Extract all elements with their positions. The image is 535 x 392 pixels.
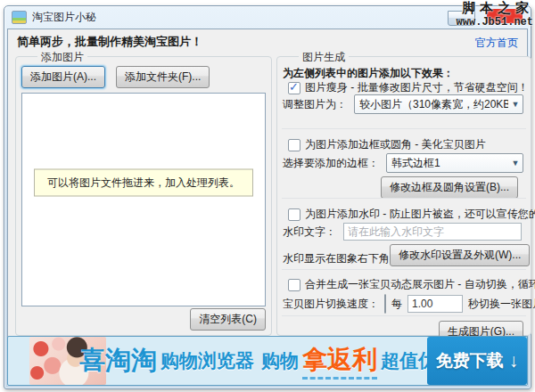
resize-size-select[interactable]: 较小图片（310像素宽，约20KB，适合宝贝图片 ▼ bbox=[354, 94, 523, 114]
image-list[interactable]: 可以将图片文件拖进来，加入处理列表。 bbox=[21, 93, 266, 306]
interval-suffix: 秒切换一张图片 bbox=[468, 297, 535, 312]
banner-highlight: 拿返利 bbox=[302, 343, 377, 380]
banner-brand: 喜淘淘 bbox=[79, 343, 157, 379]
speed-select[interactable]: 中速 ▼ bbox=[384, 294, 386, 314]
resize-checkbox[interactable] bbox=[288, 82, 300, 94]
resize-size-label: 调整图片为： bbox=[283, 97, 347, 112]
window-title: 淘宝图片小秘 bbox=[32, 10, 96, 25]
watermark-position-note: 水印显示在图象右下角 bbox=[283, 251, 390, 266]
speed-label: 宝贝图片切换速度： bbox=[283, 297, 379, 312]
minimize-button[interactable] bbox=[448, 11, 475, 26]
resize-checkbox-label: 图片瘦身 - 批量修改图片尺寸，节省硬盘空间！ bbox=[305, 80, 529, 95]
group-title: 添加图片 bbox=[37, 50, 87, 65]
border-checkbox[interactable] bbox=[288, 139, 300, 151]
divider bbox=[282, 198, 526, 199]
image-generation-group: 图片生成 为左侧列表中的图片添加以下效果： 图片瘦身 - 批量修改图片尺寸，节省… bbox=[276, 56, 531, 336]
client-area: 简单两步，批量制作精美淘宝图片！ 官方首页 添加图片 添加图片(A)... 添加… bbox=[7, 29, 528, 339]
watermark-text-row: 水印文字： bbox=[283, 223, 531, 241]
watermark-checkbox-label: 为图片添加水印 - 防止图片被盗，还可以宣传您的店铺！ bbox=[305, 207, 535, 222]
add-folder-button[interactable]: 添加文件夹(F)... bbox=[116, 66, 210, 88]
border-select-label: 选择要添加的边框： bbox=[283, 156, 379, 171]
download-button[interactable]: 免费下载 ↓ bbox=[427, 337, 527, 385]
download-arrow-icon: ↓ bbox=[509, 350, 519, 372]
divider bbox=[282, 128, 526, 129]
banner-mid-text: 购物 bbox=[261, 348, 299, 373]
add-images-button[interactable]: 添加图片(A)... bbox=[21, 66, 105, 88]
watermark-option: 为图片添加水印 - 防止图片被盗，还可以宣传您的店铺！ bbox=[288, 207, 525, 222]
header-row: 简单两步，批量制作精美淘宝图片！ 官方首页 bbox=[8, 29, 527, 51]
add-images-group: 添加图片 添加图片(A)... 添加文件夹(F)... 可以将图片文件拖进来，加… bbox=[15, 56, 272, 336]
animation-checkbox[interactable] bbox=[288, 279, 300, 291]
download-label: 免费下载 bbox=[436, 349, 504, 372]
border-checkbox-label: 为图片添加边框或圆角 - 美化宝贝图片 bbox=[305, 137, 486, 152]
resize-option: 图片瘦身 - 批量修改图片尺寸，节省硬盘空间！ bbox=[288, 80, 525, 95]
interval-input[interactable] bbox=[407, 295, 463, 313]
chevron-down-icon: ▼ bbox=[508, 159, 523, 167]
border-settings-row: 修改边框及圆角设置(B)... bbox=[277, 176, 531, 199]
resize-size-row: 调整图片为： 较小图片（310像素宽，约20KB，适合宝贝图片 ▼ bbox=[283, 94, 531, 114]
watermark-text-label: 水印文字： bbox=[283, 225, 336, 240]
ad-banner[interactable]: 喜淘淘 购物浏览器 购物 拿返利 超值优惠 免费下载 ↓ bbox=[7, 336, 528, 386]
border-select-row: 选择要添加的边框： 韩式边框1 ▼ bbox=[283, 153, 531, 173]
border-settings-button[interactable]: 修改边框及圆角设置(B)... bbox=[381, 176, 518, 199]
divider bbox=[282, 315, 526, 316]
page-title: 简单两步，批量制作精美淘宝图片！ bbox=[17, 34, 202, 50]
app-icon bbox=[12, 11, 27, 24]
border-option: 为图片添加边框或圆角 - 美化宝贝图片 bbox=[288, 137, 525, 152]
official-home-link[interactable]: 官方首页 bbox=[475, 36, 518, 51]
interval-prefix: 每 bbox=[391, 297, 402, 312]
animation-checkbox-label: 合并生成一张宝贝动态展示图片 - 自动切换，循环展示宝贝 bbox=[305, 277, 535, 292]
drop-hint: 可以将图片文件拖进来，加入处理列表。 bbox=[34, 168, 253, 196]
watermark-settings-button[interactable]: 修改水印设置及外观(W)... bbox=[390, 244, 530, 266]
add-buttons-row: 添加图片(A)... 添加文件夹(F)... bbox=[21, 66, 210, 88]
list-footer: 清空列表(C) bbox=[190, 308, 266, 331]
clear-list-button[interactable]: 清空列表(C) bbox=[190, 308, 266, 331]
app-window: 淘宝图片小秘 简单两步，批量制作精美淘宝图片！ 官方首页 添加图片 添加图片(A… bbox=[4, 5, 531, 389]
divider bbox=[282, 269, 526, 270]
watermark-text-input[interactable] bbox=[343, 223, 522, 241]
effects-intro: 为左侧列表中的图片添加以下效果： bbox=[283, 66, 531, 81]
group-title: 图片生成 bbox=[299, 50, 349, 65]
switch-speed-row: 宝贝图片切换速度： 中速 ▼ 每 秒切换一张图片 bbox=[283, 294, 531, 314]
watermark-note-row: 水印显示在图象右下角 修改水印设置及外观(W)... bbox=[283, 244, 522, 266]
titlebar: 淘宝图片小秘 bbox=[4, 6, 531, 28]
chevron-down-icon: ▼ bbox=[508, 100, 523, 109]
watermark-checkbox[interactable] bbox=[288, 208, 300, 221]
banner-brand-suffix: 购物浏览器 bbox=[160, 348, 254, 373]
animation-option: 合并生成一张宝贝动态展示图片 - 自动切换，循环展示宝贝 bbox=[288, 277, 525, 292]
border-style-select[interactable]: 韩式边框1 ▼ bbox=[386, 153, 523, 173]
banner-text: 喜淘淘 购物浏览器 购物 拿返利 超值优惠 bbox=[113, 337, 422, 385]
